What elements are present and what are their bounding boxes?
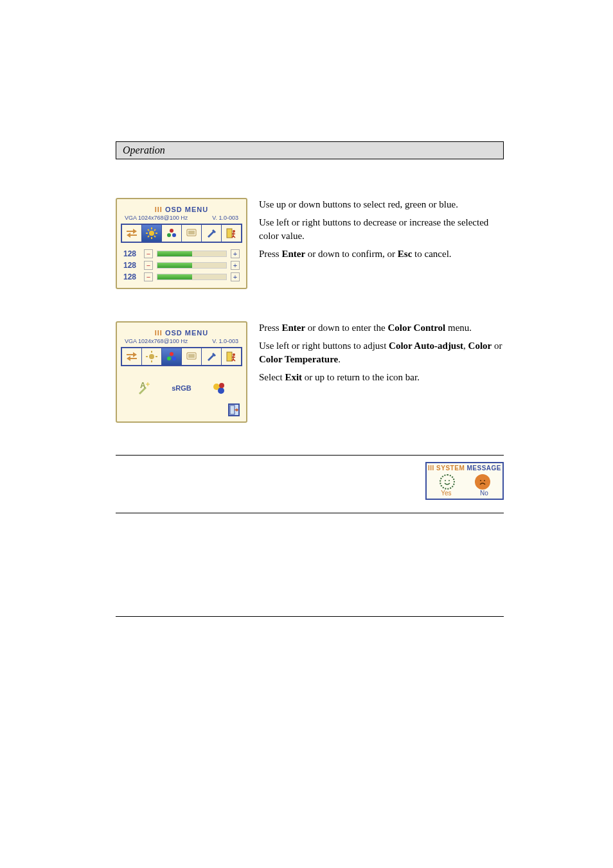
decrease-button[interactable]: − xyxy=(144,272,153,281)
svg-line-6 xyxy=(154,236,155,237)
divider xyxy=(116,455,504,456)
decrease-button[interactable]: − xyxy=(144,261,153,270)
svg-point-36 xyxy=(449,480,450,481)
system-message-icons xyxy=(427,472,502,490)
slider-row-blue: 128 − + xyxy=(121,271,242,283)
slider-track[interactable] xyxy=(157,251,227,257)
srgb-label: sRGB xyxy=(172,384,191,392)
slider-value-blue: 128 xyxy=(123,272,140,281)
exit-person-icon xyxy=(226,227,237,239)
sysmsg-prefix: III xyxy=(428,465,434,472)
increase-button[interactable]: + xyxy=(231,249,240,258)
system-message-panel: III SYSTEM MESSAGE Yes No xyxy=(425,462,504,500)
osd-title-prefix: III xyxy=(155,206,163,213)
header-title: Operation xyxy=(123,145,165,155)
instruction-line: Use up or down buttons to select red, gr… xyxy=(259,198,504,211)
osd-tab-brightness[interactable] xyxy=(142,348,162,365)
svg-line-5 xyxy=(148,229,149,231)
instruction-line: Use left or right buttons to adjust Colo… xyxy=(259,339,504,366)
svg-point-23 xyxy=(172,357,176,360)
osd-title: III OSD MENU xyxy=(121,326,242,338)
instructions-color-control: Press Enter or down to enter the Color C… xyxy=(259,321,504,423)
color-submenu: A sRGB xyxy=(121,371,242,403)
yes-face-icon[interactable] xyxy=(440,474,455,490)
svg-point-32 xyxy=(218,387,224,394)
system-message-block: III SYSTEM MESSAGE Yes No xyxy=(116,462,504,500)
system-message-labels: Yes No xyxy=(427,490,502,499)
section-color-control: III OSD MENU VGA 1024x768@100 Hz V. 1.0-… xyxy=(116,321,504,423)
osd-tab-position[interactable] xyxy=(182,348,202,365)
svg-point-0 xyxy=(149,231,154,236)
svg-point-11 xyxy=(172,233,176,237)
osd-tab-position[interactable] xyxy=(182,225,202,242)
svg-rect-13 xyxy=(188,231,195,235)
color-temperature-option[interactable] xyxy=(211,380,227,396)
osd-tab-tools[interactable] xyxy=(202,225,222,242)
increase-button[interactable]: + xyxy=(231,272,240,281)
exit-corner xyxy=(121,403,242,416)
arrows-icon xyxy=(125,227,138,239)
osd-panel-color-control: III OSD MENU VGA 1024x768@100 Hz V. 1.0-… xyxy=(116,321,247,423)
osd-panel-rgb: III OSD MENU VGA 1024x768@100 Hz V. 1.0-… xyxy=(116,198,247,289)
wand-a-icon: A xyxy=(136,380,152,396)
rgb-dots-icon xyxy=(165,227,178,239)
svg-text:A: A xyxy=(140,381,146,390)
slider-track[interactable] xyxy=(157,262,227,269)
decrease-button[interactable]: − xyxy=(144,249,153,258)
screen-icon xyxy=(185,227,198,239)
srgb-option[interactable]: sRGB xyxy=(172,384,191,392)
osd-title: III OSD MENU xyxy=(121,203,242,215)
svg-point-16 xyxy=(149,354,154,359)
osd-title-text: OSD MENU xyxy=(165,329,208,337)
color-auto-adjust-option[interactable]: A xyxy=(136,380,152,396)
slider-value-green: 128 xyxy=(123,261,140,270)
svg-point-21 xyxy=(170,352,173,356)
svg-point-33 xyxy=(219,383,224,388)
svg-line-8 xyxy=(154,229,155,231)
osd-tab-tools[interactable] xyxy=(202,348,222,365)
exit-door-icon[interactable] xyxy=(228,403,240,416)
osd-subheader: VGA 1024x768@100 Hz V. 1.0-003 xyxy=(121,215,242,224)
osd-tab-exit[interactable] xyxy=(222,225,241,242)
tools-icon xyxy=(205,227,218,239)
tools-icon xyxy=(205,351,218,362)
instruction-line: Use left or right buttons to decrease or… xyxy=(259,216,504,242)
svg-point-35 xyxy=(445,480,446,481)
osd-icon-strip xyxy=(121,224,242,243)
svg-line-7 xyxy=(148,236,149,237)
svg-rect-14 xyxy=(227,229,232,238)
osd-tab-auto[interactable] xyxy=(122,225,142,242)
divider xyxy=(116,513,504,513)
slider-track[interactable] xyxy=(157,274,227,280)
osd-tab-color[interactable] xyxy=(162,348,182,365)
arrows-icon xyxy=(125,351,138,362)
osd-tab-exit[interactable] xyxy=(222,348,241,365)
rgb-dots-icon xyxy=(165,351,178,362)
frown-icon xyxy=(477,477,488,487)
increase-button[interactable]: + xyxy=(231,261,240,270)
osd-tab-brightness[interactable] xyxy=(142,225,162,242)
osd-mode-line: VGA 1024x768@100 Hz xyxy=(125,338,188,344)
osd-version: V. 1.0-003 xyxy=(212,338,238,344)
osd-icon-strip xyxy=(121,347,242,366)
svg-rect-34 xyxy=(230,405,235,414)
svg-point-37 xyxy=(480,480,481,481)
exit-person-icon xyxy=(226,351,237,362)
system-message-title: III SYSTEM MESSAGE xyxy=(427,463,502,472)
color-temp-icon xyxy=(211,380,227,396)
svg-point-15 xyxy=(233,230,235,233)
osd-tab-auto[interactable] xyxy=(122,348,142,365)
svg-rect-25 xyxy=(188,354,195,358)
instruction-line: Press Enter or down to confirm, or Esc t… xyxy=(259,247,504,260)
slider-value-red: 128 xyxy=(123,249,140,258)
svg-point-10 xyxy=(167,233,171,237)
svg-point-27 xyxy=(233,353,235,356)
slider-row-green: 128 − + xyxy=(121,260,242,271)
svg-point-9 xyxy=(170,229,173,233)
no-face-icon[interactable] xyxy=(475,474,490,490)
svg-point-22 xyxy=(167,357,171,360)
sysmsg-word-a: SYSTEM xyxy=(436,465,465,472)
instruction-line: Press Enter or down to enter the Color C… xyxy=(259,321,504,334)
osd-mode-line: VGA 1024x768@100 Hz xyxy=(125,215,188,221)
osd-tab-color[interactable] xyxy=(162,225,182,242)
